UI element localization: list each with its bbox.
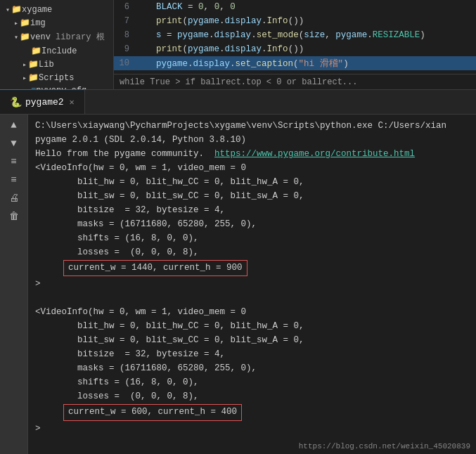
terminal-block2-highlight: current_w = 600, current_h = 400	[63, 404, 242, 420]
line-num-10: 10	[114, 58, 135, 68]
line-num-7: 7	[114, 16, 135, 26]
sidebar-venv-label: venv library 根	[30, 31, 105, 43]
sidebar-item-include[interactable]: 📁 Include	[0, 44, 113, 58]
sidebar-img-label: img	[30, 18, 46, 28]
tab-close-icon[interactable]: ✕	[70, 97, 75, 108]
breadcrumb-text: while True > if ballrect.top < 0 or ball…	[120, 77, 357, 87]
sidebar-scripts-label: Scripts	[39, 73, 74, 83]
sidebar-item-lib[interactable]: ▸ 📁 Lib	[0, 58, 113, 71]
terminal-empty-line	[35, 291, 469, 305]
sidebar-item-xygame[interactable]: ▾ 📁 xygame	[0, 3, 113, 16]
code-editor-top: 6 BLACK = 0, 0, 0 7 print(pygame.display…	[114, 0, 476, 89]
folder-icon: 📁	[11, 4, 22, 15]
terminal-block1-highlight: current_w = 1440, current_h = 900	[63, 260, 247, 276]
line-content-7: print(pygame.display.Info())	[135, 16, 476, 26]
terminal-block1-line2: blit_sw = 0, blit_sw_CC = 0, blit_sw_A =…	[35, 189, 469, 203]
pygame-link[interactable]: https://www.pygame.org/contribute.html	[214, 149, 415, 159]
top-area: ▾ 📁 xygame ▸ 📁 img ▾ 📁 venv library 根 📁 …	[0, 0, 476, 90]
terminal-block2-highlight-wrapper: current_w = 600, current_h = 400	[35, 404, 469, 420]
line-content-6: BLACK = 0, 0, 0	[135, 2, 476, 12]
sidebar-item-img[interactable]: ▸ 📁 img	[0, 16, 113, 30]
arrow-down-icon: ▾	[6, 6, 10, 14]
code-line-6: 6 BLACK = 0, 0, 0	[114, 0, 476, 14]
left-toolbar: ▲ ▼ ≡ ≡ 🖨 🗑	[0, 115, 28, 454]
sidebar: ▾ 📁 xygame ▸ 📁 img ▾ 📁 venv library 根 📁 …	[0, 0, 114, 89]
terminal-block2-line5: shifts = (16, 8, 0, 0),	[35, 375, 469, 389]
terminal-block1-line6: losses = (0, 0, 0, 8),	[35, 245, 469, 259]
code-line-8: 8 s = pygame.display.set_mode(size, pyga…	[114, 28, 476, 42]
tab-pygame2-label: pygame2	[25, 97, 64, 108]
terminal-version-line: pygame 2.0.1 (SDL 2.0.14, Python 3.8.10)	[35, 133, 469, 147]
terminal-block1-footer: >	[35, 277, 469, 291]
terminal-block1-header: <VideoInfo(hw = 0, wm = 1, video_mem = 0	[35, 161, 469, 175]
folder-icon-scripts: 📁	[28, 72, 39, 83]
arrow-scripts-icon: ▸	[22, 74, 27, 82]
menu-icon-2[interactable]: ≡	[4, 172, 24, 188]
breadcrumb-bar: while True > if ballrect.top < 0 or ball…	[114, 74, 476, 89]
line-num-8: 8	[114, 30, 135, 40]
folder-icon-venv: 📁	[20, 32, 30, 42]
tab-bar: 🐍 pygame2 ✕	[0, 90, 476, 115]
terminal-block1-line3: bitsize = 32, bytesize = 4,	[35, 203, 469, 217]
terminal-output: C:\Users\xiaywang\PycharmProjects\xygame…	[28, 115, 476, 454]
terminal-block1-line5: shifts = (16, 8, 0, 0),	[35, 231, 469, 245]
folder-icon-img: 📁	[20, 18, 30, 28]
folder-icon-include: 📁	[31, 46, 41, 56]
line-content-9: print(pygame.display.Info())	[135, 44, 476, 54]
arrow-lib-icon: ▸	[22, 60, 27, 69]
terminal-path-line: C:\Users\xiaywang\PycharmProjects\xygame…	[35, 119, 469, 133]
watermark: https://blog.csdn.net/weixin_45020839	[299, 441, 470, 453]
code-line-9: 9 print(pygame.display.Info())	[114, 42, 476, 56]
line-num-9: 9	[114, 44, 135, 54]
terminal-block1-line1: blit_hw = 0, blit_hw_CC = 0, blit_hw_A =…	[35, 175, 469, 189]
folder-icon-lib: 📁	[28, 59, 39, 70]
terminal-block2-line2: blit_sw = 0, blit_sw_CC = 0, blit_sw_A =…	[35, 333, 469, 347]
terminal-block1-highlight-wrapper: current_w = 1440, current_h = 900	[35, 260, 469, 276]
tab-pygame2[interactable]: 🐍 pygame2 ✕	[0, 89, 85, 114]
sidebar-item-scripts[interactable]: ▸ 📁 Scripts	[0, 71, 113, 84]
tab-pygame-icon: 🐍	[10, 96, 22, 108]
bottom-area: ▲ ▼ ≡ ≡ 🖨 🗑 C:\Users\xiaywang\PycharmPro…	[0, 115, 476, 454]
terminal-block2-line1: blit_hw = 0, blit_hw_CC = 0, blit_hw_A =…	[35, 319, 469, 333]
scroll-down-button[interactable]: ▼	[4, 136, 24, 151]
sidebar-item-venv[interactable]: ▾ 📁 venv library 根	[0, 30, 113, 44]
terminal-block2-line6: losses = (0, 0, 0, 8),	[35, 389, 469, 403]
sidebar-lib-label: Lib	[39, 60, 54, 70]
menu-icon-1[interactable]: ≡	[4, 154, 24, 169]
code-line-7: 7 print(pygame.display.Info())	[114, 14, 476, 28]
scroll-up-button[interactable]: ▲	[4, 117, 24, 133]
terminal-block2-line4: masks = (16711680, 65280, 255, 0),	[35, 361, 469, 375]
terminal-block1-line4: masks = (16711680, 65280, 255, 0),	[35, 217, 469, 231]
sidebar-item-pyvenv[interactable]: ≡ pyvenv.cfg	[0, 84, 113, 89]
terminal-block2-footer: >	[35, 422, 469, 436]
arrow-icon: ▸	[14, 19, 18, 27]
code-line-10: 10 pygame.display.set_caption("hi 滑稽")	[114, 56, 476, 70]
line-content-8: s = pygame.display.set_mode(size, pygame…	[135, 30, 476, 40]
arrow-venv-icon: ▾	[14, 33, 18, 41]
print-icon[interactable]: 🖨	[4, 190, 24, 206]
terminal-hello-line: Hello from the pygame community. https:/…	[35, 147, 469, 161]
delete-icon[interactable]: 🗑	[4, 209, 24, 224]
sidebar-include-label: Include	[41, 46, 77, 56]
terminal-block2-header: <VideoInfo(hw = 0, wm = 1, video_mem = 0	[35, 305, 469, 319]
terminal-block2-line3: bitsize = 32, bytesize = 4,	[35, 347, 469, 361]
code-lines: 6 BLACK = 0, 0, 0 7 print(pygame.display…	[114, 0, 476, 74]
line-num-6: 6	[114, 2, 135, 12]
sidebar-root-label: xygame	[22, 5, 52, 15]
line-content-10: pygame.display.set_caption("hi 滑稽")	[135, 58, 476, 70]
